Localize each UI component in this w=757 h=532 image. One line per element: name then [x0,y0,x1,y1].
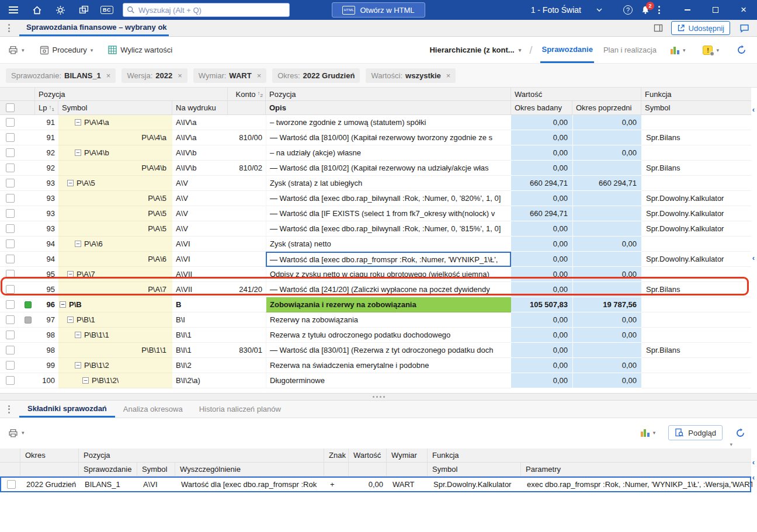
panels-icon[interactable] [76,2,91,18]
hierarchy-mode-dropdown[interactable]: Hierarchicznie (z kont... ▾ [429,46,521,54]
bc-module-icon[interactable]: BC [99,2,114,18]
tab-skladniki-sprawozdan[interactable]: Składniki sprawozdań [19,401,115,418]
row-checkbox[interactable] [0,312,20,328]
scroll-left-icon[interactable]: ‹ [751,255,756,262]
table-row[interactable]: 98P\B\1\1B\I\1830/01— Wartość dla [830/0… [0,343,751,358]
maximize-button[interactable] [706,0,725,20]
table-row[interactable]: 91−P\A\4\aA\IV\a– tworzone zgodnie z umo… [0,115,751,130]
tab-sprawozdania-finansowe[interactable]: Sprawozdania finansowe – wybrany ok [19,20,169,36]
chat-icon[interactable] [736,21,752,35]
print-button[interactable]: ▾ [4,424,29,441]
table-row[interactable]: 2022 Grudzień BILANS_1 A\VI Wartość dla … [0,477,751,492]
header-funkcja-symbol[interactable]: Symbol [428,463,521,477]
row-checkbox[interactable] [0,191,20,206]
table-row[interactable]: 92−P\A\4\bA\IV\b– na udziały (akcje) wła… [0,145,751,161]
collapse-icon[interactable]: − [67,317,74,323]
header-okres-poprzedni[interactable]: Okres poprzedni [572,101,641,115]
row-checkbox[interactable] [0,206,20,221]
header-pozycja-right[interactable]: Pozycja [266,88,511,101]
procedures-button[interactable]: Procedury ▾ [35,41,98,59]
tab-sprawozdanie[interactable]: Sprawozdanie [540,37,593,63]
table-row[interactable]: 92P\A\4\bA\IV\b810/02— Wartość dla [810/… [0,161,751,176]
more-options-icon[interactable] [658,6,660,14]
collapse-icon[interactable]: − [75,119,81,126]
row-checkbox[interactable] [1,478,22,491]
table-row[interactable]: 96−P\BBZobowiązania i rezerwy na zobowią… [0,297,751,312]
remove-filter-icon[interactable]: × [257,71,262,80]
table-row[interactable]: 99−P\B\1\2B\I\2Rezerwa na świadczenia em… [0,358,751,373]
header-funkcja[interactable]: Funkcja [428,448,751,463]
chart-button[interactable]: ▾ [666,41,690,59]
table-row[interactable]: 94−P\A\6A\VIZysk (strata) netto0,000,00 [0,237,751,252]
search-input[interactable] [138,6,286,15]
collapse-icon[interactable]: − [82,377,89,384]
row-checkbox[interactable] [0,373,20,388]
header-sprawozdanie[interactable]: Sprawozdanie [79,463,137,477]
table-row[interactable]: 97−P\B\1B\IRezerwy na zobowiązania0,000,… [0,312,751,328]
collapse-icon[interactable]: − [75,149,81,156]
table-row[interactable]: 95−P\A\7A\VIIOdpisy z zysku netto w ciąg… [0,267,751,282]
row-checkbox[interactable] [0,161,20,176]
header-symbol[interactable]: Symbol [58,101,172,115]
filter-chip[interactable]: Wartości:wszystkie× [366,68,456,83]
header-wyszczegolnienie[interactable]: Wyszczególnienie [175,463,324,477]
scroll-left-icon[interactable]: ‹ [751,106,756,113]
tab-menu-dots-icon[interactable] [8,24,10,32]
row-checkbox[interactable] [0,237,20,252]
table-row[interactable]: 100−P\B\1\2\B\I\2\a)Długoterminowe0,000,… [0,373,751,388]
header-symbol[interactable]: Symbol [137,463,175,477]
table-row[interactable]: 98−P\B\1\1B\I\1Rezerwa z tytułu odroczon… [0,328,751,343]
tab-analiza-okresowa[interactable]: Analiza okresowa [115,401,191,418]
chevron-down-icon[interactable]: ▾ [730,441,732,447]
print-button[interactable]: ▾ [4,41,29,59]
calculate-values-button[interactable]: Wylicz wartości [103,41,177,59]
scroll-left-icon[interactable]: ‹ [751,459,756,466]
header-pozycja[interactable]: Pozycja [79,448,324,463]
header-pozycja-left[interactable]: Pozycja [35,88,228,101]
hamburger-menu-icon[interactable] [6,2,21,18]
table-row[interactable]: 91P\A\4\aA\IV\a810/00— Wartość dla [810/… [0,130,751,145]
home-icon[interactable] [29,2,44,18]
table-row[interactable]: 94P\A\6A\VI— Wartość dla [exec dbo.rap_f… [0,252,751,267]
row-checkbox[interactable] [0,145,20,161]
header-wartosc[interactable]: Wartość [511,88,641,101]
header-parametry[interactable]: Parametry [521,463,751,477]
row-checkbox[interactable] [0,358,20,373]
panel-menu-dots-icon[interactable] [8,405,10,413]
help-icon[interactable]: ? [623,5,633,15]
collapse-icon[interactable]: − [75,332,81,338]
layout-panel-icon[interactable] [650,21,666,35]
collapse-icon[interactable]: − [67,180,74,186]
filter-chip[interactable]: Wymiar:WART× [193,68,266,83]
header-okres-badany[interactable]: Okres badany [511,101,572,115]
chart-button[interactable]: ▾ [636,424,661,441]
header-wymiar[interactable]: Wymiar [387,448,428,463]
header-okres[interactable]: Okres [20,448,79,463]
alerts-settings-button[interactable]: ! ▾ [698,41,724,59]
share-button[interactable]: Udostępnij [671,21,730,35]
row-checkbox[interactable] [0,221,20,237]
row-checkbox[interactable] [0,343,20,358]
row-checkbox[interactable] [0,282,20,297]
remove-filter-icon[interactable]: × [178,71,182,80]
header-opis[interactable]: Opis [266,101,511,115]
close-button[interactable]: × [734,0,753,20]
horizontal-splitter[interactable] [0,393,757,401]
row-checkbox[interactable] [0,297,20,312]
refresh-button[interactable] [731,424,750,441]
refresh-button[interactable] [732,41,751,59]
table-row[interactable]: 93−P\A\5A\VZysk (strata) z lat ubiegłych… [0,176,751,191]
collapse-icon[interactable]: − [75,362,81,368]
global-search[interactable] [123,3,290,17]
row-checkbox[interactable] [0,130,20,145]
table-row[interactable]: 93P\A\5A\V— Wartość dla [IF EXISTS (sele… [0,206,751,221]
collapse-icon[interactable]: − [75,241,81,247]
collapse-icon[interactable]: − [60,301,66,308]
row-checkbox[interactable] [0,328,20,343]
tab-plan-i-realizacja[interactable]: Plan i realizacja [602,37,658,63]
filter-chip[interactable]: Sprawozdanie:BILANS_1× [6,68,116,83]
settings-gear-icon[interactable] [53,2,68,18]
row-checkbox[interactable] [0,267,20,282]
table-row[interactable]: 93P\A\5A\V— Wartość dla [exec dbo.rap_bi… [0,221,751,237]
row-checkbox[interactable] [0,115,20,130]
